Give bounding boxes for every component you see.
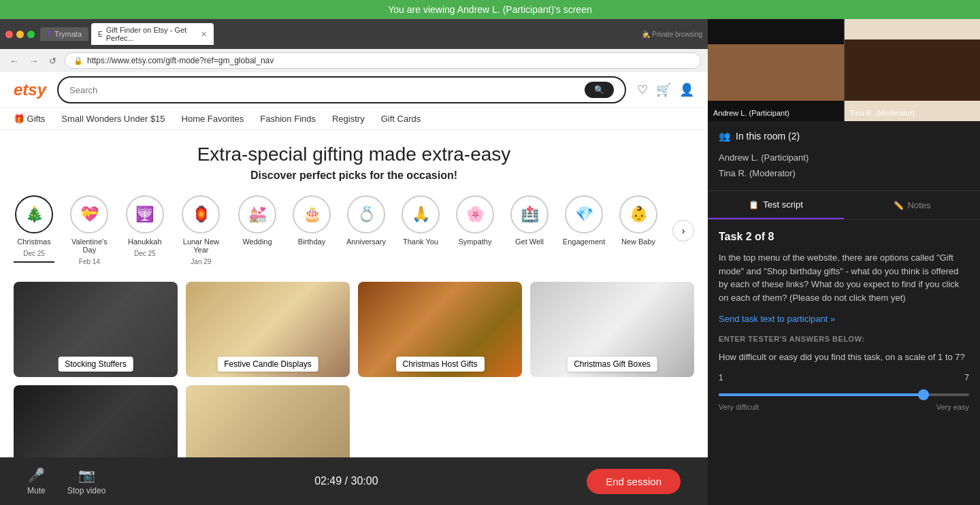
product-card-giftbox[interactable]: Christmas Gift Boxes <box>530 282 694 377</box>
christmas-giftbox-label: Christmas Gift Boxes <box>567 357 657 372</box>
etsy-logo[interactable]: etsy <box>14 80 46 99</box>
lock-icon: 🔒 <box>74 56 83 65</box>
forward-button[interactable]: → <box>27 54 41 67</box>
subnav-gifts[interactable]: 🎁 Gifts <box>14 114 45 124</box>
newbaby-label: New Baby <box>621 238 655 246</box>
etsy-top-bar: etsy 🔍 ♡ 🛒 👤 <box>0 72 708 108</box>
category-thankyou[interactable]: 🙏 Thank You <box>400 195 441 246</box>
category-lunar[interactable]: 🏮 Lunar New Year Jan 29 <box>179 195 223 265</box>
timer-display: 02:49 / 30:00 <box>314 475 378 487</box>
browser-tab-etsy[interactable]: E Gift Finder on Etsy - Get Perfec... ✕ <box>91 23 214 45</box>
send-task-link[interactable]: Send task text to participant » <box>719 314 969 324</box>
hanukkah-label: Hanukkah <box>128 238 162 246</box>
wedding-label: Wedding <box>242 238 272 246</box>
heart-icon[interactable]: ♡ <box>637 82 648 97</box>
product-card-bottom-1[interactable] <box>14 385 178 457</box>
lunar-label: Lunar New Year <box>179 238 223 254</box>
subnav-registry[interactable]: Registry <box>332 114 365 124</box>
scale-labels: Very difficult Very easy <box>719 403 969 411</box>
hero-subtitle: Discover perfect picks for the occasion! <box>14 169 694 182</box>
thankyou-icon-circle: 🙏 <box>402 195 440 233</box>
hero-title: Extra-special gifting made extra-easy <box>14 144 694 165</box>
etsy-tab-icon: E <box>98 31 103 38</box>
lunar-icon-circle: 🏮 <box>182 195 220 233</box>
private-text: Private browsing <box>652 31 702 38</box>
etsy-search-button[interactable]: 🔍 <box>585 82 614 98</box>
browser-tab-trymata[interactable]: T Trymata <box>40 27 88 41</box>
festive-candle-label: Festive Candle Displays <box>217 357 318 372</box>
category-next-button[interactable]: › <box>672 220 694 242</box>
category-sympathy[interactable]: 🌸 Sympathy <box>455 195 495 246</box>
subnav-home-favorites[interactable]: Home Favorites <box>182 114 244 124</box>
private-icon: 🕵 <box>642 31 650 38</box>
mute-icon: 🎤 <box>28 467 45 483</box>
room-section: 👥 In this room (2) Andrew L. (Participan… <box>708 121 980 191</box>
sympathy-label: Sympathy <box>459 238 492 246</box>
product-card-bottom-2[interactable] <box>186 385 350 457</box>
andrew-video-label: Andrew L. (Participant) <box>713 109 789 117</box>
category-valentines[interactable]: 💝 Valentine's Day Feb 14 <box>68 195 111 265</box>
category-wedding[interactable]: 💒 Wedding <box>237 195 278 246</box>
difficulty-slider[interactable] <box>719 393 969 396</box>
tab-notes[interactable]: ✏️ Notes <box>844 191 980 219</box>
people-icon: 👥 <box>719 131 730 142</box>
anniversary-icon-circle: 💍 <box>347 195 385 233</box>
refresh-button[interactable]: ↺ <box>46 54 59 67</box>
notification-bar: You are viewing Andrew L. (Participant)'… <box>0 0 980 19</box>
script-icon: 📋 <box>749 200 759 210</box>
etsy-search-input[interactable] <box>69 85 585 95</box>
scale-label-min: Very difficult <box>719 403 759 411</box>
tab-test-script[interactable]: 📋 Test script <box>708 191 844 219</box>
private-badge: 🕵 Private browsing <box>642 31 702 38</box>
notification-text: You are viewing Andrew L. (Participant)'… <box>388 4 591 15</box>
cart-icon[interactable]: 🛒 <box>656 82 671 97</box>
category-anniversary[interactable]: 💍 Anniversary <box>346 195 387 246</box>
product-card-host[interactable]: Christmas Host Gifts <box>358 282 522 377</box>
christmas-icon-circle: 🎄 <box>15 195 53 233</box>
category-hanukkah[interactable]: 🕎 Hanukkah Dec 25 <box>125 195 165 257</box>
mute-button[interactable]: 🎤 Mute <box>27 467 46 495</box>
engagement-label: Engagement <box>563 238 605 246</box>
stocking-stuffers-label: Stocking Stuffers <box>58 357 133 372</box>
url-bar[interactable]: 🔒 https://www.etsy.com/gift-mode?ref=gm_… <box>65 52 701 69</box>
browser-nav: ← → ↺ 🔒 https://www.etsy.com/gift-mode?r… <box>0 49 708 72</box>
andrew-face <box>708 19 844 121</box>
end-session-button[interactable]: End session <box>587 469 681 494</box>
task-header: Task 2 of 8 <box>719 231 969 243</box>
subnav-small-wonders[interactable]: Small Wonders Under $15 <box>61 114 165 124</box>
slider-container <box>719 387 969 399</box>
stop-video-button[interactable]: 📷 Stop video <box>67 467 106 495</box>
subnav-gift-cards[interactable]: Gift Cards <box>381 114 421 124</box>
participant-andrew: Andrew L. (Participant) <box>719 150 969 165</box>
hanukkah-icon-circle: 🕎 <box>126 195 164 233</box>
video-feeds: Andrew L. (Participant) Tina R. (Moderat… <box>708 19 980 121</box>
panel-tabs: 📋 Test script ✏️ Notes <box>708 191 980 220</box>
etsy-subnav: 🎁 Gifts Small Wonders Under $15 Home Fav… <box>0 108 708 130</box>
participant-tina: Tina R. (Moderator) <box>719 165 969 181</box>
account-icon[interactable]: 👤 <box>679 82 694 97</box>
etsy-tab-label: Gift Finder on Etsy - Get Perfec... <box>106 26 197 42</box>
valentines-sub: Feb 14 <box>79 258 100 265</box>
video-icon: 📷 <box>78 467 95 483</box>
category-newbaby[interactable]: 👶 New Baby <box>618 195 659 246</box>
close-traffic-light[interactable] <box>5 31 13 38</box>
category-getwell[interactable]: 🏥 Get Well <box>509 195 550 246</box>
subnav-fashion-finds[interactable]: Fashion Finds <box>260 114 316 124</box>
scale-min: 1 <box>719 373 723 382</box>
valentines-label: Valentine's Day <box>68 238 111 254</box>
script-content: Task 2 of 8 In the top menu of the websi… <box>708 220 980 505</box>
wedding-icon-circle: 💒 <box>238 195 276 233</box>
etsy-content: Extra-special gifting made extra-easy Di… <box>0 130 708 457</box>
back-button[interactable]: ← <box>7 54 21 67</box>
category-birthday[interactable]: 🎂 Birthday <box>291 195 332 246</box>
product-card-candle[interactable]: Festive Candle Displays <box>186 282 350 377</box>
etsy-tab-close[interactable]: ✕ <box>201 30 207 39</box>
maximize-traffic-light[interactable] <box>27 31 35 38</box>
minimize-traffic-light[interactable] <box>16 31 24 38</box>
etsy-search-bar[interactable]: 🔍 <box>57 76 626 103</box>
category-engagement[interactable]: 💎 Engagement <box>564 195 604 246</box>
hanukkah-sub: Dec 25 <box>134 250 156 257</box>
category-christmas[interactable]: 🎄 Christmas Dec 25 <box>14 195 54 263</box>
product-card-stocking[interactable]: Stocking Stuffers <box>14 282 178 377</box>
trymata-tab-label: Trymata <box>54 30 82 38</box>
